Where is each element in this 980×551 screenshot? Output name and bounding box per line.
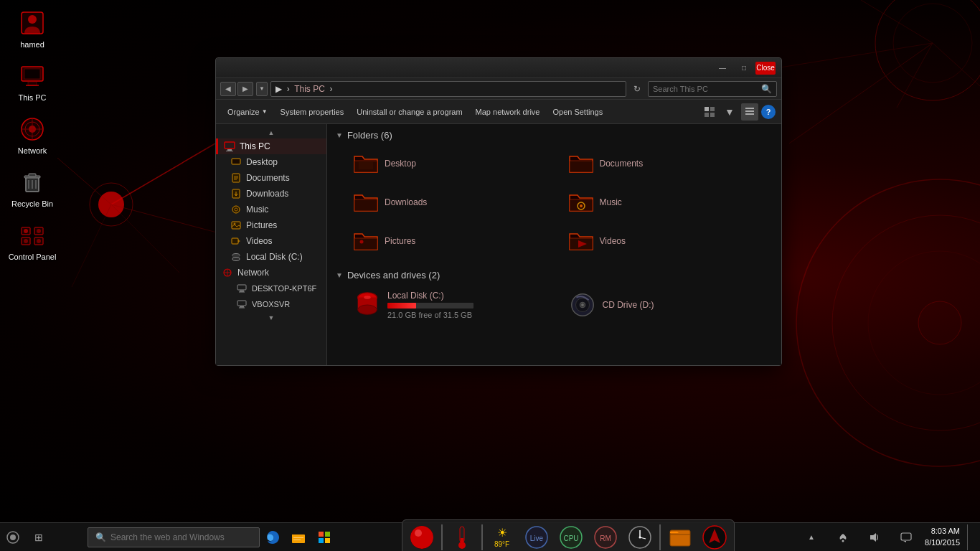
edge-taskbar-button[interactable]: [260, 527, 286, 547]
sidebar-item-network[interactable]: Network: [216, 265, 326, 281]
svg-rect-94: [293, 537, 303, 538]
sidebar-item-desktopkpt[interactable]: DESKTOP-KPT6F: [216, 281, 326, 296]
desktop-icon-hamed[interactable]: hamed: [4, 6, 61, 52]
folder-pictures[interactable]: Pictures: [347, 224, 558, 258]
tray-chevron[interactable]: ▲: [798, 527, 824, 547]
dock-item-clock[interactable]: [623, 521, 656, 552]
folder-videos[interactable]: Videos: [562, 224, 773, 258]
network-tray-icon[interactable]: [830, 527, 856, 547]
folder-music[interactable]: Music: [562, 185, 773, 220]
search-icon: 🔍: [761, 84, 772, 94]
folders-section-header[interactable]: ▼ Folders (6): [336, 130, 773, 141]
folders-grid: Desktop Documents: [347, 146, 773, 258]
close-button[interactable]: Close: [755, 62, 776, 75]
sidebar-item-music[interactable]: Music: [216, 202, 326, 217]
desktop-sidebar-label: Desktop: [246, 157, 278, 167]
svg-rect-44: [710, 107, 715, 111]
file-explorer-taskbar-button[interactable]: [286, 527, 311, 547]
sidebar-item-localdisk[interactable]: Local Disk (C:): [216, 249, 326, 265]
explorer-window: — □ Close ◀ ▶ ▼ ▶ › This PC › ↻ 🔍 Organi…: [215, 57, 782, 366]
weather-icon: ☀: [497, 526, 507, 540]
store-taskbar-button[interactable]: [311, 527, 337, 547]
open-settings-button[interactable]: Open Settings: [547, 103, 608, 121]
desktopkpt-icon: [236, 283, 248, 294]
show-desktop-button[interactable]: [967, 524, 973, 550]
refresh-button[interactable]: ↻: [629, 81, 645, 97]
toolbar: Organize ▼ System properties Uninstall o…: [216, 100, 781, 124]
dock-item-liveuse2[interactable]: CPU: [555, 521, 588, 552]
dock-item-weather[interactable]: ☀ 89°F: [486, 521, 519, 552]
back-button[interactable]: ◀: [220, 82, 236, 96]
network-icon: [18, 115, 47, 143]
drive-localdisk[interactable]: Local Disk (C:) 21.0 GB free of 31.5 GB: [347, 286, 558, 324]
svg-point-68: [232, 258, 240, 261]
svg-point-42: [37, 239, 41, 243]
localdisk-space: 21.0 GB free of 31.5 GB: [387, 311, 473, 319]
music-folder-icon: [568, 189, 594, 215]
folder-downloads[interactable]: Downloads: [347, 185, 558, 220]
address-bar[interactable]: ▶ › This PC ›: [270, 81, 626, 97]
view-dropdown-button[interactable]: ▼: [721, 103, 738, 121]
drives-section-header[interactable]: ▼ Devices and drives (2): [336, 270, 773, 281]
dock-item-alienware[interactable]: [698, 521, 731, 552]
dock-item-folders[interactable]: [664, 521, 697, 552]
map-network-button[interactable]: Map network drive: [470, 103, 546, 121]
task-view-button[interactable]: ⊞: [26, 527, 52, 547]
search-input[interactable]: [653, 85, 761, 93]
dock-item-liveuse1[interactable]: Live: [520, 521, 553, 552]
svg-text:CPU: CPU: [563, 534, 578, 542]
dock-item-rm[interactable]: RM: [589, 521, 622, 552]
svg-rect-54: [232, 159, 240, 164]
sidebar-item-pictures[interactable]: Pictures: [216, 217, 326, 233]
svg-rect-21: [24, 69, 40, 79]
sidebar-item-documents[interactable]: Documents: [216, 170, 326, 186]
folder-desktop[interactable]: Desktop: [347, 146, 558, 181]
uninstall-button[interactable]: Uninstall or change a program: [351, 103, 468, 121]
thispc-sidebar-label: This PC: [240, 141, 270, 151]
history-dropdown[interactable]: ▼: [256, 82, 268, 96]
desktop-icon-controlpanel[interactable]: Control Panel: [4, 218, 61, 264]
svg-rect-52: [226, 151, 233, 151]
minimize-button[interactable]: —: [712, 62, 732, 75]
svg-point-61: [235, 208, 237, 211]
music-sidebar-label: Music: [246, 204, 268, 215]
message-tray-icon[interactable]: [893, 527, 919, 547]
drive-cddrive[interactable]: CD Drive (D:): [562, 286, 773, 324]
taskbar-dock-container: ☀ 89°F Live CPU RM: [337, 519, 798, 552]
taskbar-clock: 8:03 AM 8/10/2015: [925, 526, 960, 548]
volume-tray-icon[interactable]: [862, 527, 887, 547]
help-button[interactable]: ?: [761, 105, 776, 119]
sidebar-item-desktop[interactable]: Desktop: [216, 154, 326, 170]
scroll-down-button[interactable]: ▼: [216, 312, 326, 324]
drives-section-label: Devices and drives (2): [347, 270, 440, 281]
folder-documents[interactable]: Documents: [562, 146, 773, 181]
maximize-button[interactable]: □: [734, 62, 754, 75]
scroll-up-button[interactable]: ▲: [216, 127, 326, 138]
organize-button[interactable]: Organize ▼: [222, 103, 273, 121]
main-content: ▲ This PC: [216, 124, 781, 365]
svg-point-105: [458, 542, 466, 549]
sidebar-item-downloads[interactable]: Downloads: [216, 186, 326, 202]
sidebar-item-vboxsvr[interactable]: VBOXSVR: [216, 296, 326, 312]
forward-button[interactable]: ▶: [237, 82, 253, 96]
drives-grid: Local Disk (C:) 21.0 GB free of 31.5 GB: [347, 286, 773, 324]
view-options-button[interactable]: [701, 103, 718, 121]
dock-item-redball[interactable]: [405, 521, 438, 552]
taskbar-search-input[interactable]: [110, 532, 252, 542]
desktop-icon-thispc[interactable]: This PC: [4, 59, 61, 105]
toolbar-right: ▼ ?: [701, 103, 776, 121]
network-label: Network: [18, 146, 47, 155]
sidebar-item-videos[interactable]: Videos: [216, 233, 326, 249]
desktop-icon-recyclebin[interactable]: Recycle Bin: [4, 165, 61, 211]
hamed-label: hamed: [20, 40, 44, 49]
system-properties-button[interactable]: System properties: [275, 103, 350, 121]
documents-sidebar-label: Documents: [246, 173, 290, 183]
dock-item-thermometer[interactable]: [446, 521, 479, 552]
desktop-icon-network[interactable]: Network: [4, 112, 61, 158]
network-sidebar-label: Network: [237, 268, 269, 278]
svg-rect-51: [227, 149, 232, 151]
sidebar-item-thispc[interactable]: This PC: [216, 138, 326, 154]
svg-point-86: [364, 296, 371, 299]
details-view-button[interactable]: [741, 103, 758, 121]
start-button[interactable]: [0, 527, 26, 547]
